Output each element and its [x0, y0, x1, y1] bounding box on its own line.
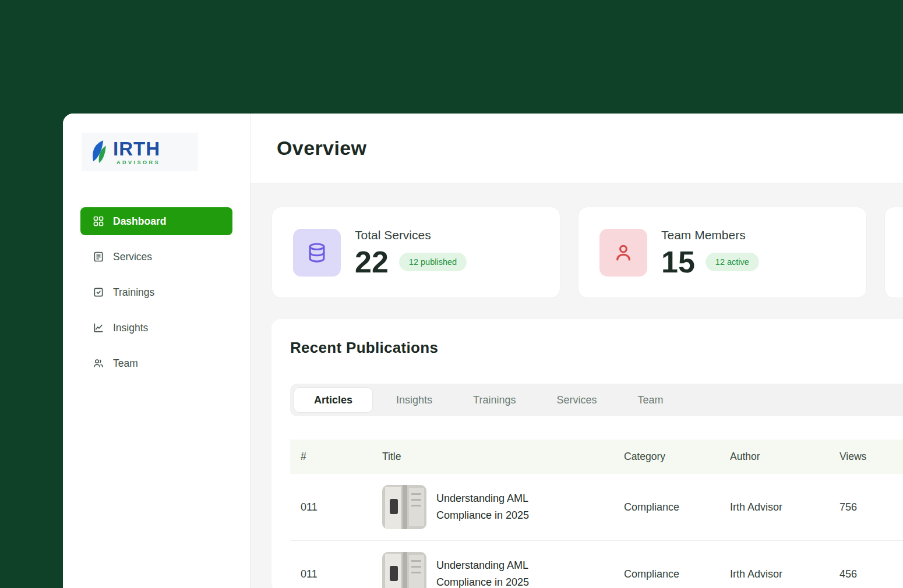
sidebar-item-label: Insights: [113, 322, 148, 334]
stat-label: Total Services: [355, 228, 467, 242]
database-icon: [293, 229, 341, 277]
publications-table: # Title Category Author Views 011: [290, 440, 903, 588]
check-square-icon: [93, 286, 104, 298]
line-chart-icon: [93, 322, 104, 334]
table-row[interactable]: 011: [290, 541, 903, 588]
sidebar-item-team[interactable]: Team: [80, 349, 232, 377]
sidebar-item-insights[interactable]: Insights: [80, 314, 232, 342]
logo-text: IRTH ADVISORS: [113, 139, 160, 165]
tab-insights[interactable]: Insights: [379, 387, 450, 413]
sidebar-item-label: Services: [113, 251, 152, 263]
stats-row: Total Services 22 12 published: [271, 207, 903, 298]
sidebar-item-services[interactable]: Services: [80, 243, 232, 271]
cell-id: 011: [301, 568, 382, 580]
person-icon: [599, 229, 647, 277]
table-row[interactable]: 011: [290, 474, 903, 541]
stat-value: 22: [355, 247, 389, 277]
cell-title: Understanding AML Compliance in 2025: [436, 557, 560, 588]
cell-category: Compliance: [624, 568, 730, 580]
sidebar-item-label: Trainings: [113, 286, 154, 299]
logo: IRTH ADVISORS: [82, 133, 198, 171]
tab-articles[interactable]: Articles: [294, 387, 373, 413]
logo-name: IRTH: [113, 139, 160, 158]
sidebar-menu: Dashboard Services Trainings Insights: [80, 207, 232, 377]
col-header-number: #: [301, 451, 382, 463]
main-area: Overview Total Services: [251, 114, 903, 588]
table-header-row: # Title Category Author Views: [290, 440, 903, 474]
col-header-title: Title: [382, 451, 624, 463]
col-header-author: Author: [730, 451, 839, 463]
stat-label: Team Members: [661, 228, 759, 242]
cell-views: 756: [839, 501, 903, 513]
sidebar-item-label: Team: [113, 357, 138, 370]
sidebar-item-dashboard[interactable]: Dashboard: [80, 207, 232, 235]
stat-card-team-members: Team Members 15 12 active: [578, 207, 867, 298]
tab-team[interactable]: Team: [620, 387, 681, 413]
stat-card-clipped: [884, 207, 903, 298]
sidebar-item-trainings[interactable]: Trainings: [80, 278, 232, 306]
content-area: Total Services 22 12 published: [251, 183, 903, 588]
stat-info: Team Members 15 12 active: [661, 228, 759, 277]
logo-leaf-icon: [89, 139, 110, 165]
sidebar: IRTH ADVISORS Dashboard Services: [63, 114, 251, 588]
page-title: Overview: [277, 137, 366, 160]
people-icon: [93, 357, 104, 369]
cell-views: 456: [839, 568, 903, 580]
cell-id: 011: [301, 501, 382, 513]
status-badge: 12 active: [706, 253, 759, 271]
logo-subtitle: ADVISORS: [117, 160, 160, 165]
cell-author: Irth Advisor: [730, 501, 839, 513]
cell-author: Irth Advisor: [730, 568, 839, 580]
publications-tabs: Articles Insights Trainings Services Tea…: [290, 384, 903, 416]
section-title: Recent Publications: [290, 339, 903, 357]
stat-value: 15: [661, 247, 695, 277]
status-badge: 12 published: [399, 253, 467, 271]
cell-category: Compliance: [624, 501, 730, 513]
app-window: IRTH ADVISORS Dashboard Services: [63, 114, 903, 588]
article-thumbnail: [382, 552, 426, 588]
sidebar-item-label: Dashboard: [113, 215, 166, 228]
tab-services[interactable]: Services: [539, 387, 614, 413]
stat-card-total-services: Total Services 22 12 published: [271, 207, 560, 298]
article-thumbnail: [382, 485, 426, 529]
cell-title: Understanding AML Compliance in 2025: [436, 490, 560, 524]
page-header: Overview: [251, 114, 903, 183]
document-icon: [93, 251, 104, 263]
recent-publications-card: Recent Publications Articles Insights Tr…: [271, 319, 903, 588]
col-header-category: Category: [624, 451, 730, 463]
dashboard-grid-icon: [93, 215, 104, 227]
col-header-views: Views: [839, 451, 903, 463]
tab-trainings[interactable]: Trainings: [456, 387, 533, 413]
stat-info: Total Services 22 12 published: [355, 228, 467, 277]
